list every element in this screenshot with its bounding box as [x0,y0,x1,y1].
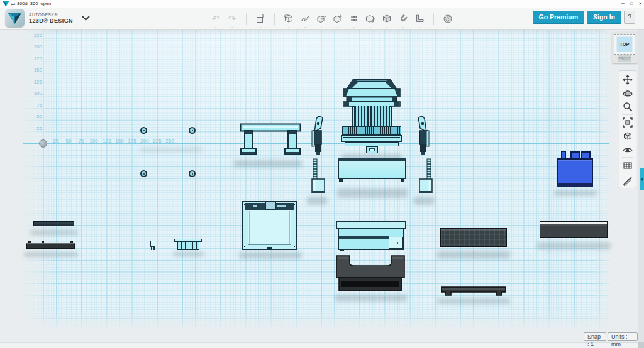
material-off-icon[interactable] [620,174,635,188]
grid-settings-icon[interactable] [620,158,635,172]
brand: AUTODESK® 123D® DESIGN [5,9,90,27]
washer-top-left[interactable] [140,127,147,134]
sketch-icon[interactable] [297,11,313,26]
rail-block-left[interactable] [311,158,326,195]
minimize-icon[interactable]: ─ [621,0,625,7]
side-panel[interactable] [540,221,608,238]
maximize-icon[interactable]: □ [630,0,633,7]
units-setting[interactable]: Units : mm [608,332,638,341]
thin-bar-upper[interactable] [33,221,74,226]
main-toolbar: ↶ ↷ [208,11,456,27]
grouping-icon[interactable] [363,11,378,26]
pan-icon[interactable] [620,73,635,87]
combine-icon[interactable] [379,11,394,26]
thin-bar-lower[interactable] [26,241,75,249]
washer-bottom-left[interactable] [140,170,147,177]
view-cube[interactable]: TOP FRONT [612,31,638,63]
washer-bottom-right[interactable] [189,170,196,177]
view-cube-icon[interactable] [620,129,635,143]
bottom-edge [0,342,638,348]
pattern-icon[interactable] [347,11,362,26]
heatsink-carriage[interactable] [341,106,402,154]
resize-grip[interactable] [638,342,644,348]
comb-bracket[interactable] [174,237,202,251]
transform-icon[interactable] [253,11,268,26]
toolbar-divider [274,13,275,25]
redo-icon[interactable]: ↷ [225,11,240,26]
top-cover[interactable] [342,78,401,107]
material-icon[interactable] [440,11,455,26]
snap-icon[interactable] [396,11,411,26]
rail-block-right[interactable] [418,158,433,195]
primitives-icon[interactable] [281,11,296,26]
app-toolbar: AUTODESK® 123D® DESIGN ↶ ↷ [0,8,644,30]
brand-line2: 123D® DESIGN [29,18,73,24]
axis-label: 150 [27,67,42,73]
axis-label: 175 [27,56,42,62]
base-strip[interactable] [440,285,507,296]
panel-handle[interactable] [640,168,644,190]
zoom-fit-icon[interactable] [620,116,635,129]
toolbar-divider [433,13,434,25]
snap-setting[interactable]: Snap : 1 [584,332,606,341]
orbit-icon[interactable] [620,87,635,101]
sign-in-button[interactable]: Sign In [587,11,621,24]
y-axis-line [43,30,43,329]
gantry-bracket[interactable] [240,123,301,157]
axis-label: 225 [27,33,42,38]
toolbar-divider [246,13,247,25]
axis-label: 25 [27,126,42,131]
front-panel[interactable] [338,158,406,182]
main-body-frame[interactable] [242,201,297,250]
modify-icon[interactable] [330,11,345,26]
axis-label: 250 [162,138,177,144]
view-cube-top-face[interactable]: TOP [616,36,633,52]
axis-label: 200 [27,44,42,50]
undo-icon[interactable]: ↶ [208,11,223,26]
zoom-icon[interactable] [620,101,635,114]
origin-marker [39,139,47,148]
brand-line1: AUTODESK® [29,13,73,17]
navigation-toolbar [619,70,636,188]
axis-label: 125 [27,79,42,85]
document-title: cz-800d_300_open [11,1,51,6]
chevron-down-icon[interactable] [82,16,90,21]
app-window: cz-800d_300_open ─ □ ✕ AUTODESK® 123D® D… [0,0,644,348]
close-icon[interactable]: ✕ [638,0,642,7]
autodesk-123d-logo-icon [5,9,25,27]
ruler-icon[interactable] [412,11,427,26]
app-logo-icon [3,1,9,7]
vent-panel[interactable] [440,228,507,247]
help-button[interactable]: ? [624,11,635,24]
side-blade-right[interactable] [416,116,431,156]
side-blade-left[interactable] [310,116,325,156]
display-assembly[interactable] [336,220,406,251]
axis-label: 75 [27,102,42,108]
construct-icon[interactable] [314,11,329,26]
go-premium-button[interactable]: Go Premium [533,11,584,24]
title-bar: cz-800d_300_open ─ □ ✕ [0,0,644,8]
paper-tray[interactable] [335,254,406,293]
washer-top-right[interactable] [189,127,196,134]
hide-show-icon[interactable] [620,143,635,157]
axis-label: 100 [27,90,42,96]
blue-cartridge[interactable] [557,151,593,188]
view-cube-front-face[interactable]: FRONT [618,55,631,62]
small-clip[interactable] [150,241,156,250]
axis-label: 50 [27,114,42,119]
modeling-canvas[interactable]: 225 200 175 150 125 100 75 50 25 25 50 7… [0,30,644,348]
